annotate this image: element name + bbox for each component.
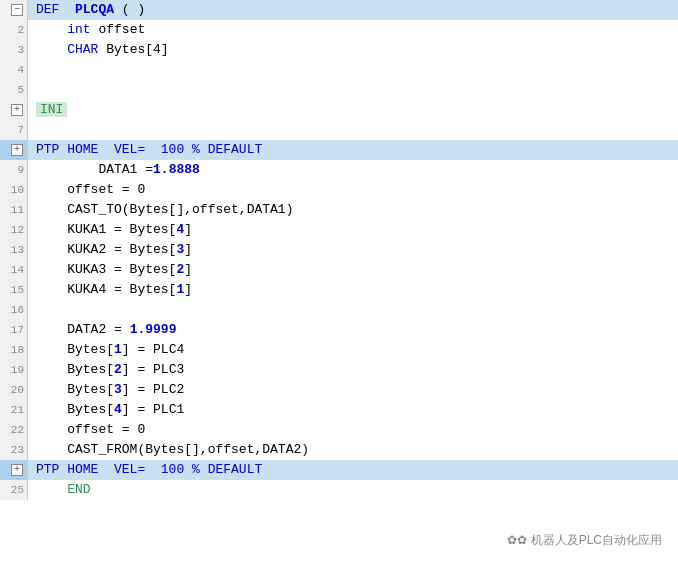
line-23: 23 CAST_FROM(Bytes[],offset,DATA2) [0, 440, 678, 460]
gutter-13: 13 [0, 240, 28, 260]
gutter-12: 12 [0, 220, 28, 240]
keyword-int: int [67, 22, 90, 37]
gutter-14: 14 [0, 260, 28, 280]
line-18-content: Bytes[1] = PLC4 [28, 340, 184, 360]
line-6-content: INI [28, 100, 67, 120]
line-11: 11 CAST_TO(Bytes[],offset,DATA1) [0, 200, 678, 220]
gutter-9: 9 [0, 160, 28, 180]
expand-icon-ini[interactable]: + [11, 104, 23, 116]
gutter-7: 7 [0, 120, 28, 140]
gutter-11: 11 [0, 200, 28, 220]
line-16: 16 [0, 300, 678, 320]
gutter-16: 16 [0, 300, 28, 320]
val-data1: 1.8888 [153, 162, 200, 177]
gutter-22: 22 [0, 420, 28, 440]
watermark: ✿✿ 机器人及PLC自动化应用 [507, 532, 662, 549]
ptp2-text: PTP HOME VEL= 100 % DEFAULT [36, 462, 262, 477]
line-7: 7 [0, 120, 678, 140]
keyword-def: DEF [36, 2, 59, 17]
gutter-3: 3 [0, 40, 28, 60]
gutter-8: + [0, 140, 28, 160]
val-data2: 1.9999 [130, 322, 177, 337]
ptp1-text: PTP HOME VEL= 100 % DEFAULT [36, 142, 262, 157]
line-15: 15 KUKA4 = Bytes[1] [0, 280, 678, 300]
line-2-content: int offset [28, 20, 145, 40]
line-13: 13 KUKA2 = Bytes[3] [0, 240, 678, 260]
gutter-25: 25 [0, 480, 28, 500]
gutter-6: + [0, 100, 28, 120]
line-12: 12 KUKA1 = Bytes[4] [0, 220, 678, 240]
line-17-content: DATA2 = 1.9999 [28, 320, 176, 340]
gutter-10: 10 [0, 180, 28, 200]
line-8-content: PTP HOME VEL= 100 % DEFAULT [28, 140, 262, 160]
watermark-text: 机器人及PLC自动化应用 [531, 533, 662, 547]
line-20: 20 Bytes[3] = PLC2 [0, 380, 678, 400]
gutter-5: 5 [0, 80, 28, 100]
gutter-24: + [0, 460, 28, 480]
line-24-content: PTP HOME VEL= 100 % DEFAULT [28, 460, 262, 480]
line-10-content: offset = 0 [28, 180, 145, 200]
line-9-content: DATA1 =1.8888 [28, 160, 200, 180]
val-1b: 1 [114, 342, 122, 357]
gutter-21: 21 [0, 400, 28, 420]
line-14: 14 KUKA3 = Bytes[2] [0, 260, 678, 280]
line-25: 25 END [0, 480, 678, 500]
collapse-icon-1[interactable]: − [11, 4, 23, 16]
val-4b: 4 [114, 402, 122, 417]
line-11-content: CAST_TO(Bytes[],offset,DATA1) [28, 200, 293, 220]
line-21: 21 Bytes[4] = PLC1 [0, 400, 678, 420]
line-3: 3 CHAR Bytes[4] [0, 40, 678, 60]
gutter-23: 23 [0, 440, 28, 460]
line-4: 4 [0, 60, 678, 80]
ini-keyword: INI [36, 102, 67, 117]
line-19-content: Bytes[2] = PLC3 [28, 360, 184, 380]
line-23-content: CAST_FROM(Bytes[],offset,DATA2) [28, 440, 309, 460]
expand-icon-ptp2[interactable]: + [11, 464, 23, 476]
line-19: 19 Bytes[2] = PLC3 [0, 360, 678, 380]
line-10: 10 offset = 0 [0, 180, 678, 200]
expand-icon-ptp1[interactable]: + [11, 144, 23, 156]
line-6: + INI [0, 100, 678, 120]
keyword-end: END [67, 482, 90, 497]
line-20-content: Bytes[3] = PLC2 [28, 380, 184, 400]
val-3a: 3 [176, 242, 184, 257]
val-1a: 1 [176, 282, 184, 297]
line-22: 22 offset = 0 [0, 420, 678, 440]
val-2a: 2 [176, 262, 184, 277]
line-1: − DEF PLCQA ( ) [0, 0, 678, 20]
line-9: 9 DATA1 =1.8888 [0, 160, 678, 180]
line-5: 5 [0, 80, 678, 100]
line-1-content: DEF PLCQA ( ) [28, 0, 145, 20]
line-3-content: CHAR Bytes[4] [28, 40, 169, 60]
keyword-char: CHAR [67, 42, 98, 57]
line-18: 18 Bytes[1] = PLC4 [0, 340, 678, 360]
line-21-content: Bytes[4] = PLC1 [28, 400, 184, 420]
gutter-19: 19 [0, 360, 28, 380]
line-12-content: KUKA1 = Bytes[4] [28, 220, 192, 240]
line-22-content: offset = 0 [28, 420, 145, 440]
gutter-1: − [0, 0, 28, 20]
line-24: + PTP HOME VEL= 100 % DEFAULT [0, 460, 678, 480]
val-2b: 2 [114, 362, 122, 377]
line-17: 17 DATA2 = 1.9999 [0, 320, 678, 340]
gutter-4: 4 [0, 60, 28, 80]
watermark-icon: ✿✿ [507, 533, 527, 547]
line-2: 2 int offset [0, 20, 678, 40]
gutter-15: 15 [0, 280, 28, 300]
code-editor: − DEF PLCQA ( ) 2 int offset 3 CHAR Byte… [0, 0, 678, 569]
line-15-content: KUKA4 = Bytes[1] [28, 280, 192, 300]
line-25-content: END [28, 480, 91, 500]
func-name: PLCQA [75, 2, 114, 17]
gutter-2: 2 [0, 20, 28, 40]
val-3b: 3 [114, 382, 122, 397]
line-14-content: KUKA3 = Bytes[2] [28, 260, 192, 280]
val-4a: 4 [176, 222, 184, 237]
line-8: + PTP HOME VEL= 100 % DEFAULT [0, 140, 678, 160]
gutter-18: 18 [0, 340, 28, 360]
line-13-content: KUKA2 = Bytes[3] [28, 240, 192, 260]
gutter-17: 17 [0, 320, 28, 340]
gutter-20: 20 [0, 380, 28, 400]
